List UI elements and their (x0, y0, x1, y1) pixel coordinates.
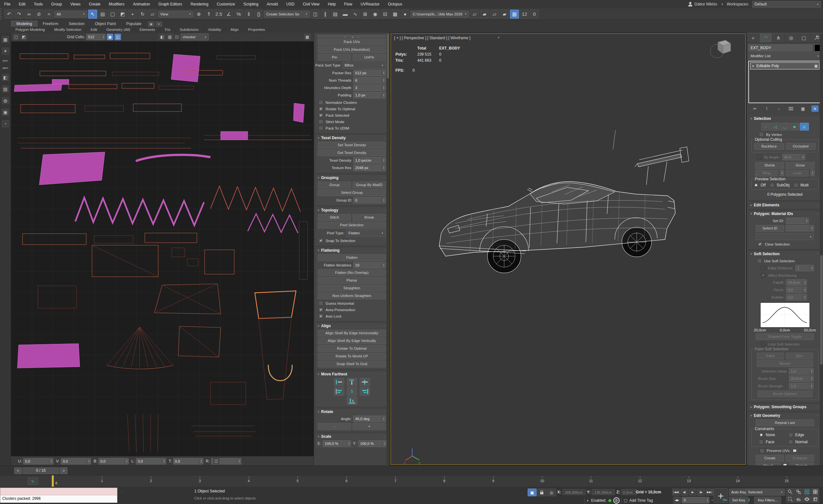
checkbox[interactable] (319, 314, 323, 318)
zoom-region-icon[interactable] (786, 496, 794, 503)
perspective-viewport[interactable]: [ + ] [ Perspective ] [ Standard ] [ Wir… (390, 33, 746, 465)
spinner-arrows-icon[interactable] (237, 458, 241, 464)
constraint-face-radio[interactable] (759, 439, 764, 445)
move-center-h-icon[interactable] (360, 378, 370, 387)
menu-item[interactable]: Views (66, 0, 85, 8)
uv-transform-spinner[interactable]: 0,0 (23, 458, 53, 465)
menu-item[interactable]: Flow (340, 0, 356, 8)
zoom-all-icon[interactable] (794, 488, 802, 495)
select-and-link-icon[interactable]: ∞ (24, 10, 33, 19)
collapse-arrow-icon[interactable] (750, 253, 754, 256)
value-spinner[interactable]: 6 (353, 77, 386, 83)
selection-lock-badge-0[interactable]: 0 (530, 10, 539, 19)
scene-script-3-icon[interactable]: ▱ (490, 10, 499, 19)
spinner-arrows-icon[interactable] (162, 458, 166, 464)
uv-snapshot-icon[interactable]: ▦ (304, 34, 311, 40)
polygon-mode-icon[interactable]: ■ (790, 123, 799, 131)
spinner-arrows-icon[interactable] (382, 441, 386, 447)
material-name-dropdown[interactable] (756, 233, 814, 240)
value-spinner[interactable]: 1,0 px/cm (353, 157, 386, 164)
preview-multi-radio[interactable] (793, 183, 799, 188)
group-button[interactable]: Group (318, 182, 351, 188)
spinner-arrows-icon[interactable] (199, 458, 203, 464)
scale-y-spinner[interactable]: 100,0 % (358, 440, 386, 447)
rendered-frame-window-icon[interactable]: ▦ (390, 10, 399, 19)
menu-item[interactable]: Rendering (186, 0, 212, 8)
pack-sort-type-dropdown[interactable]: BBox (342, 62, 386, 69)
ribbon-tab[interactable]: Freeform (38, 21, 64, 27)
live-pack-button[interactable]: Live Pack (318, 35, 386, 38)
uv-region-icon[interactable]: ◩ (21, 34, 27, 40)
uv-display-icon[interactable]: ◧ (159, 34, 165, 40)
workspace-dropdown[interactable]: Default (752, 1, 821, 8)
scale-icon[interactable]: ▱ (148, 10, 157, 19)
spinner-arrows-icon[interactable] (347, 441, 351, 447)
zoom-icon[interactable] (786, 488, 794, 495)
dock-box-icon[interactable]: ▣ (2, 108, 9, 116)
spinner-arrows-icon[interactable] (381, 85, 385, 91)
menu-item[interactable]: Octopus (384, 0, 407, 8)
preview-subobj-radio[interactable] (770, 183, 775, 188)
spinner-arrows-icon[interactable] (381, 92, 385, 98)
checkbox[interactable] (319, 126, 323, 131)
align-button[interactable]: Rotate To Optimal (318, 345, 386, 352)
populate-flyout-icon[interactable]: ▣ (148, 22, 154, 27)
undo-icon[interactable]: ↶ (4, 10, 13, 19)
coordinate-x[interactable]: X:-306,888cm (557, 489, 586, 495)
spinner-arrows-icon[interactable] (381, 165, 385, 171)
ribbon-panel-title[interactable]: Geometry (All) (102, 28, 135, 31)
pack-uvs-heuristics-button[interactable]: Pack UVs (Heuristics) (318, 46, 386, 53)
add-time-tag-button[interactable]: Add Time Tag (629, 498, 653, 503)
clear-selection-checkbox[interactable] (758, 242, 763, 247)
checker-checkbox[interactable] (174, 35, 179, 39)
checker-map-dropdown[interactable]: checker (180, 33, 209, 40)
isolate-badge-12[interactable]: 12 (520, 10, 529, 19)
menu-item[interactable]: File (0, 0, 14, 8)
dock-grid-icon[interactable]: ▦ (2, 36, 9, 43)
rectangular-region-icon[interactable]: ▢ (108, 10, 117, 19)
listener-grip[interactable]: ⋮⋮ (120, 490, 123, 493)
value-spinner[interactable]: 512 px (353, 70, 386, 76)
preserve-uvs-checkbox[interactable] (760, 448, 765, 453)
ribbon-panel-title[interactable]: Subdivision (175, 28, 203, 31)
flatten-button[interactable]: Flatten (318, 254, 386, 261)
timeline-playhead[interactable] (52, 475, 54, 487)
ribbon-panel-title[interactable]: Polygon Modeling (11, 28, 49, 31)
ribbon-tab[interactable]: Modeling (11, 21, 38, 27)
spinner-arrows-icon[interactable] (381, 77, 385, 83)
transform-gizmo-icon[interactable]: ◎ (547, 489, 556, 496)
uv-transform-spinner[interactable]: 0,0 (173, 458, 203, 465)
uv-transform-options-icon[interactable]: ◫ (213, 458, 219, 464)
break-button[interactable]: Break (353, 214, 386, 221)
repeat-last-button[interactable]: Repeat Last (756, 420, 814, 426)
ribbon-panel-title[interactable]: Edit (86, 28, 102, 31)
rotate-minus-button[interactable]: - (318, 423, 351, 430)
pin-stack-icon[interactable]: ✑ (751, 105, 758, 112)
flattening-button[interactable]: Planar (318, 277, 386, 284)
spinner-arrows-icon[interactable] (381, 197, 385, 203)
scene-script-2-icon[interactable]: ▰ (480, 10, 489, 19)
scene-script-1-icon[interactable]: ▱ (470, 10, 479, 19)
selection-lock-icon[interactable] (537, 489, 546, 496)
ribbon-panel-title[interactable]: Properties (243, 28, 270, 31)
timeline-ruler[interactable]: ∿ 123456789101112131415 0 (0, 475, 823, 487)
constraint-none-radio[interactable] (759, 432, 764, 438)
tab-display[interactable]: ▢ (798, 33, 810, 42)
menu-item[interactable]: Scripting (239, 0, 263, 8)
collapse-arrow-icon[interactable] (317, 373, 321, 376)
viewcube[interactable] (709, 38, 732, 59)
collapse-arrow-icon[interactable] (317, 411, 321, 413)
spinner-snap-icon[interactable]: ⇕ (244, 10, 253, 19)
peel-selection-button[interactable]: Peel Selection (318, 222, 386, 229)
menu-item[interactable]: Create (85, 0, 105, 8)
make-unique-icon[interactable]: ◌ (775, 105, 783, 112)
spinner-arrows-icon[interactable] (381, 158, 385, 163)
dock-clock-icon[interactable]: ◔ (2, 120, 9, 127)
tab-modify[interactable]: ◠ (760, 33, 773, 42)
named-selection-sets-dropdown[interactable]: Create Selection Se (264, 11, 310, 18)
toggle-ribbon-icon[interactable]: ▬ (341, 10, 350, 19)
transport-button[interactable]: ▶ (689, 489, 696, 496)
show-end-result-icon[interactable]: ⊺ (763, 105, 770, 112)
collapse-arrow-icon[interactable] (750, 213, 754, 215)
key-step-icon[interactable]: ◀▶ (673, 497, 681, 504)
